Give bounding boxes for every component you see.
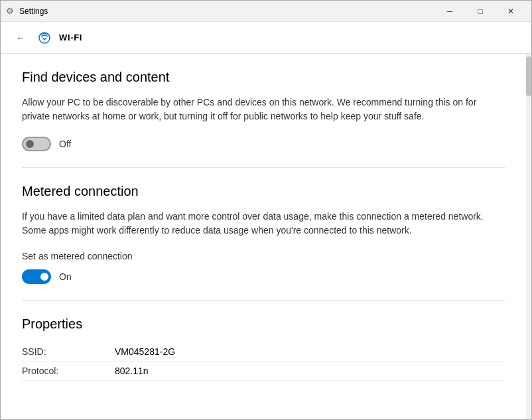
- title-bar: ⚙ Settings ─ □ ✕: [1, 1, 531, 22]
- find-devices-toggle-row: Off: [22, 137, 505, 151]
- back-button[interactable]: ←: [11, 29, 30, 47]
- header-bar: ← WI-FI: [1, 22, 531, 54]
- scrollbar[interactable]: [526, 54, 531, 419]
- set-metered-label: Set as metered connection: [22, 251, 505, 261]
- minimize-button[interactable]: ─: [434, 1, 465, 22]
- ssid-key: SSID:: [22, 346, 115, 357]
- metered-track: [22, 269, 51, 284]
- settings-window: ⚙ Settings ─ □ ✕ ← WI-FI Find devices an…: [0, 0, 532, 420]
- ssid-value: VM045281-2G: [115, 346, 175, 357]
- properties-heading: Properties: [22, 316, 505, 332]
- metered-toggle[interactable]: [22, 269, 51, 284]
- metered-heading: Metered connection: [22, 184, 505, 199]
- find-devices-thumb: [26, 140, 34, 148]
- properties-section: Properties SSID: VM045281-2G Protocol: 8…: [22, 316, 505, 381]
- divider-2: [22, 300, 505, 301]
- find-devices-toggle-label: Off: [59, 139, 71, 149]
- title-bar-left: ⚙ Settings: [6, 6, 48, 16]
- metered-toggle-row: On: [22, 269, 505, 284]
- content-area: Find devices and content Allow your PC t…: [1, 54, 531, 419]
- title-bar-controls: ─ □ ✕: [434, 1, 526, 22]
- find-devices-track: [22, 137, 51, 151]
- main-content: Find devices and content Allow your PC t…: [1, 54, 526, 419]
- divider-1: [22, 167, 505, 168]
- scrollbar-thumb[interactable]: [526, 56, 531, 96]
- table-row: SSID: VM045281-2G: [22, 342, 505, 362]
- settings-app-icon: ⚙: [6, 6, 14, 16]
- maximize-button[interactable]: □: [465, 1, 496, 22]
- table-row: Protocol: 802.11n: [22, 362, 505, 381]
- find-devices-description: Allow your PC to be discoverable by othe…: [22, 96, 505, 123]
- wifi-settings-icon: [38, 31, 51, 44]
- metered-thumb: [40, 273, 48, 281]
- metered-toggle-label: On: [59, 271, 72, 282]
- window-title: Settings: [19, 7, 48, 16]
- protocol-key: Protocol:: [22, 366, 115, 376]
- protocol-value: 802.11n: [115, 366, 149, 376]
- close-button[interactable]: ✕: [496, 1, 526, 22]
- page-title: WI-FI: [59, 33, 82, 42]
- find-devices-toggle[interactable]: [22, 137, 51, 151]
- metered-description: If you have a limited data plan and want…: [22, 210, 505, 238]
- find-devices-heading: Find devices and content: [22, 70, 505, 85]
